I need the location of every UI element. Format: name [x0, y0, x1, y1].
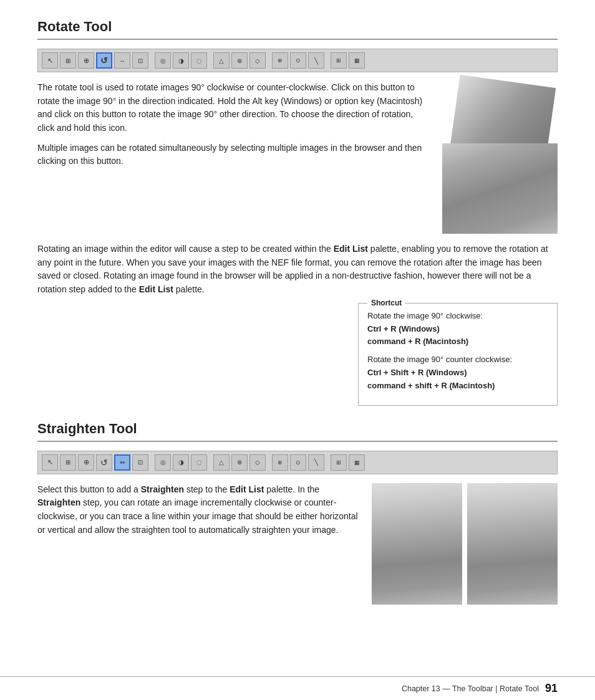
rotate-tool-section: Rotate Tool ↖ ⊞ ⊕ ↺ ↔ ⊡ ◎ ◑ ◌ △ ⊛ ◇ ⊕ ⊙ …: [37, 19, 558, 406]
toolbar2-btn-zoom[interactable]: ⊕: [78, 454, 94, 471]
shortcut-cw-keys1: Ctrl + R (Windows): [367, 323, 548, 336]
toolbar-btn-flip-h[interactable]: ↔: [114, 52, 130, 69]
straighten-tool-title: Straighten Tool: [37, 421, 558, 437]
toolbar-sep4: [326, 52, 329, 69]
rotate-images: [442, 81, 558, 234]
toolbar2-sep3: [268, 454, 270, 471]
toolbar-btn-t8[interactable]: ⊙: [290, 52, 306, 69]
page-content: Rotate Tool ↖ ⊞ ⊕ ↺ ↔ ⊡ ◎ ◑ ◌ △ ⊛ ◇ ⊕ ⊙ …: [0, 0, 595, 651]
toolbar-btn-select[interactable]: ⊞: [60, 52, 76, 69]
toolbar2-btn-rotate[interactable]: ↺: [96, 454, 112, 471]
straighten-text-block: Select this button to add a Straighten s…: [37, 483, 362, 605]
toolbar-btn-t5[interactable]: ⊛: [231, 52, 248, 69]
footer-page-number: 91: [545, 682, 558, 695]
straighten-para1: Select this button to add a Straighten s…: [37, 483, 362, 537]
shortcut-ccw-desc: Rotate the image 90° counter clockwise:: [367, 353, 548, 367]
toolbar2-btn-t10[interactable]: ⊞: [331, 454, 347, 471]
straighten-images: [372, 483, 558, 605]
straighten-para1-bold3: Straighten: [37, 497, 80, 507]
toolbar2-sep1: [150, 454, 153, 471]
straighten-image-1: [372, 483, 462, 605]
straighten-content-row: Select this button to add a Straighten s…: [37, 483, 558, 605]
rotate-toolbar-strip: ↖ ⊞ ⊕ ↺ ↔ ⊡ ◎ ◑ ◌ △ ⊛ ◇ ⊕ ⊙ ╲ ⊞ ▦: [37, 49, 558, 72]
toolbar2-btn-t8[interactable]: ⊙: [290, 454, 306, 471]
rotate-para2: Multiple images can be rotated simultane…: [37, 141, 432, 168]
straighten-para1-bold2: Edit List: [230, 484, 264, 494]
straighten-para1-end: step, you can rotate an image incrementa…: [37, 497, 358, 534]
toolbar2-btn-t5[interactable]: ⊛: [231, 454, 248, 471]
toolbar2-btn-t7[interactable]: ⊕: [272, 454, 288, 471]
rotate-section-divider: [37, 39, 558, 40]
shortcut-ccw-group: Rotate the image 90° counter clockwise: …: [367, 353, 548, 392]
toolbar2-btn-straighten[interactable]: ⇔: [114, 454, 130, 471]
toolbar-btn-t1[interactable]: ◎: [155, 52, 171, 69]
toolbar2-btn-crop[interactable]: ⊡: [132, 454, 148, 471]
toolbar2-sep4: [326, 454, 329, 471]
toolbar-btn-rotate[interactable]: ↺: [96, 52, 112, 69]
toolbar2-btn-arrow[interactable]: ↖: [42, 454, 58, 471]
rotate-tool-title: Rotate Tool: [37, 19, 558, 35]
straighten-para1-start: Select this button to add a: [37, 484, 141, 494]
straighten-para1-mid2: palette. In the: [264, 484, 319, 494]
straighten-para1-mid1: step to the: [184, 484, 230, 494]
shortcut-cw-desc: Rotate the image 90° clockwise:: [367, 310, 548, 323]
shortcut-cw-group: Rotate the image 90° clockwise: Ctrl + R…: [367, 310, 548, 348]
toolbar2-btn-t4[interactable]: △: [213, 454, 230, 471]
rotate-para3-bold1: Edit List: [334, 244, 368, 254]
toolbar-btn-t7[interactable]: ⊕: [272, 52, 288, 69]
toolbar2-btn-t11[interactable]: ▦: [349, 454, 365, 471]
straighten-toolbar-strip: ↖ ⊞ ⊕ ↺ ⇔ ⊡ ◎ ◑ ◌ △ ⊛ ◇ ⊕ ⊙ ╲ ⊞ ▦: [37, 451, 558, 474]
rotate-content-row: The rotate tool is used to rotate images…: [37, 81, 558, 234]
shortcut-ccw-keys1: Ctrl + Shift + R (Windows): [367, 367, 548, 380]
straighten-section-divider: [37, 441, 558, 442]
shortcut-label: Shortcut: [367, 297, 405, 309]
toolbar2-btn-t3[interactable]: ◌: [191, 454, 207, 471]
toolbar-btn-t3[interactable]: ◌: [191, 52, 207, 69]
rotate-para3-bold2: Edit List: [139, 284, 173, 294]
shortcut-box: Shortcut Rotate the image 90° clockwise:…: [358, 303, 558, 406]
toolbar-btn-t4[interactable]: △: [213, 52, 230, 69]
shortcut-container: Shortcut Rotate the image 90° clockwise:…: [37, 303, 558, 406]
toolbar2-btn-t2[interactable]: ◑: [173, 454, 189, 471]
toolbar-btn-arrow[interactable]: ↖: [42, 52, 58, 69]
toolbar-btn-t11[interactable]: ▦: [349, 52, 365, 69]
toolbar-btn-t2[interactable]: ◑: [173, 52, 189, 69]
rotate-para3-end: palette.: [173, 284, 205, 294]
toolbar-btn-t10[interactable]: ⊞: [331, 52, 347, 69]
footer-chapter-text: Chapter 13 — The Toolbar | Rotate Tool: [402, 684, 539, 693]
rotate-image-front: [442, 143, 558, 234]
straighten-image-2: [467, 483, 558, 605]
toolbar2-btn-t1[interactable]: ◎: [155, 454, 171, 471]
toolbar-sep1: [150, 52, 153, 69]
shortcut-cw-keys2: command + R (Macintosh): [367, 335, 548, 348]
shortcut-ccw-keys2: command + shift + R (Macintosh): [367, 380, 548, 393]
rotate-para3-start: Rotating an image within the editor will…: [37, 244, 334, 254]
toolbar-btn-t9[interactable]: ╲: [308, 52, 324, 69]
toolbar2-btn-t9[interactable]: ╲: [308, 454, 324, 471]
toolbar2-btn-select[interactable]: ⊞: [60, 454, 76, 471]
toolbar-sep3: [268, 52, 270, 69]
toolbar2-btn-t6[interactable]: ◇: [249, 454, 266, 471]
rotate-para1: The rotate tool is used to rotate images…: [37, 81, 432, 135]
rotate-para3: Rotating an image within the editor will…: [37, 242, 558, 297]
toolbar-btn-t6[interactable]: ◇: [249, 52, 266, 69]
toolbar-btn-zoom[interactable]: ⊕: [78, 52, 94, 69]
toolbar-sep2: [209, 52, 211, 69]
toolbar-btn-crop[interactable]: ⊡: [132, 52, 148, 69]
straighten-para1-bold1: Straighten: [141, 484, 184, 494]
page-footer: Chapter 13 — The Toolbar | Rotate Tool 9…: [0, 676, 595, 700]
toolbar2-sep2: [209, 454, 211, 471]
straighten-tool-section: Straighten Tool ↖ ⊞ ⊕ ↺ ⇔ ⊡ ◎ ◑ ◌ △ ⊛ ◇ …: [37, 421, 558, 605]
rotate-text-block: The rotate tool is used to rotate images…: [37, 81, 432, 234]
